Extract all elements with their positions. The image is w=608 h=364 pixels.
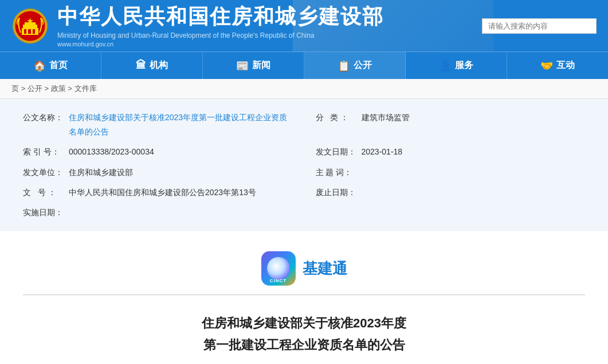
document-detail: 公文名称： 住房和城乡建设部关于核准2023年度第一批建设工程企业资质名单的公告… bbox=[0, 99, 608, 231]
doc-issuer-label: 发文单位： bbox=[23, 165, 69, 180]
doc-num-value: 中华人民共和国住房和城乡建设部公告2023年第13号 bbox=[69, 185, 293, 200]
doc-index-label: 索 引 号： bbox=[23, 145, 69, 159]
main-nav: 🏠 首页 🏛 机构 📰 新闻 📋 公开 👤 服务 🤝 互动 bbox=[0, 52, 608, 79]
breadcrumb-policy[interactable]: 政策 bbox=[51, 84, 66, 93]
doc-field-effective: 实施日期： bbox=[23, 205, 293, 220]
nav-item-organization[interactable]: 🏛 机构 bbox=[101, 52, 203, 79]
nav-item-service[interactable]: 👤 服务 bbox=[406, 52, 507, 79]
header-right bbox=[482, 18, 597, 34]
doc-issue-date-label: 发文日期： bbox=[316, 145, 362, 159]
header-title-block: 中华人民共和国住房和城乡建设部 Ministry of Housing and … bbox=[57, 4, 384, 47]
svg-rect-4 bbox=[25, 22, 36, 25]
doc-title-value: 住房和城乡建设部关于核准2023年度第一批建设工程企业资质名单的公告 bbox=[69, 110, 293, 139]
doc-subject-label: 主 题 词： bbox=[316, 165, 362, 180]
nav-label-home: 首页 bbox=[49, 60, 68, 72]
svg-rect-3 bbox=[23, 25, 37, 29]
doc-field-issue-date: 发文日期： 2023-01-18 bbox=[316, 145, 586, 159]
site-title-en: Ministry of Housing and Urban-Rural Deve… bbox=[57, 31, 384, 39]
organization-icon: 🏛 bbox=[136, 60, 146, 72]
doc-index-value: 000013338/2023-00034 bbox=[69, 145, 293, 159]
svg-rect-7 bbox=[33, 29, 35, 34]
open-icon: 📋 bbox=[338, 60, 350, 72]
site-website: www.mohurd.gov.cn bbox=[57, 41, 384, 48]
site-title-cn: 中华人民共和国住房和城乡建设部 bbox=[57, 4, 384, 29]
breadcrumb-separator-3: > bbox=[68, 84, 74, 93]
breadcrumb-current: 文件库 bbox=[74, 84, 97, 93]
doc-effective-label: 实施日期： bbox=[23, 205, 69, 220]
doc-expire-label: 废止日期： bbox=[316, 185, 362, 200]
svg-rect-6 bbox=[28, 29, 31, 34]
search-input[interactable] bbox=[488, 22, 590, 30]
national-emblem-icon bbox=[11, 7, 49, 45]
news-icon: 📰 bbox=[236, 60, 249, 72]
content-area: CINCT 基建通 住房和城乡建设部关于核准2023年度 第一批建设工程企业资质… bbox=[0, 231, 608, 364]
doc-field-title: 公文名称： 住房和城乡建设部关于核准2023年度第一批建设工程企业资质名单的公告 bbox=[23, 110, 293, 139]
cinct-logo-text: CINCT bbox=[261, 278, 296, 283]
cinct-logo-sphere bbox=[267, 257, 290, 280]
nav-item-home[interactable]: 🏠 首页 bbox=[0, 52, 101, 79]
doc-category-label: 分 类： bbox=[316, 110, 362, 125]
article-title: 住房和城乡建设部关于核准2023年度 第一批建设工程企业资质名单的公告 bbox=[23, 307, 585, 364]
nav-label-interaction: 互动 bbox=[556, 60, 575, 72]
interaction-icon: 🤝 bbox=[540, 60, 553, 72]
article-title-line2: 第一批建设工程企业资质名单的公告 bbox=[23, 334, 585, 355]
nav-item-open[interactable]: 📋 公开 bbox=[304, 52, 406, 79]
nav-item-news[interactable]: 📰 新闻 bbox=[203, 52, 304, 79]
search-box bbox=[482, 18, 597, 34]
breadcrumb-separator-1: > bbox=[21, 84, 28, 93]
cinct-logo-icon: CINCT bbox=[261, 251, 296, 286]
doc-num-label: 文 号： bbox=[23, 185, 69, 200]
header: 中华人民共和国住房和城乡建设部 Ministry of Housing and … bbox=[0, 0, 608, 52]
doc-title-label: 公文名称： bbox=[23, 110, 69, 125]
doc-field-index: 索 引 号： 000013338/2023-00034 bbox=[23, 145, 293, 159]
cinct-name: 基建通 bbox=[303, 259, 347, 279]
header-left: 中华人民共和国住房和城乡建设部 Ministry of Housing and … bbox=[11, 4, 384, 47]
service-icon: 👤 bbox=[439, 60, 452, 72]
article-title-line1: 住房和城乡建设部关于核准2023年度 bbox=[23, 312, 585, 334]
breadcrumb: 页 > 公开 > 政策 > 文件库 bbox=[0, 79, 608, 99]
breadcrumb-home[interactable]: 页 bbox=[11, 84, 19, 93]
nav-label-news: 新闻 bbox=[252, 60, 270, 72]
cinct-banner: CINCT 基建通 bbox=[23, 243, 585, 295]
doc-field-issuer: 发文单位： 住房和城乡建设部 bbox=[23, 165, 293, 180]
doc-field-category: 分 类： 建筑市场监管 bbox=[316, 110, 586, 139]
nav-label-service: 服务 bbox=[455, 60, 473, 72]
doc-field-subject: 主 题 词： bbox=[316, 165, 586, 180]
doc-field-num: 文 号： 中华人民共和国住房和城乡建设部公告2023年第13号 bbox=[23, 185, 293, 200]
doc-field-expire: 废止日期： bbox=[316, 185, 586, 200]
svg-rect-5 bbox=[24, 29, 26, 34]
doc-issuer-value: 住房和城乡建设部 bbox=[69, 165, 293, 180]
nav-label-open: 公开 bbox=[354, 60, 372, 72]
doc-fields: 公文名称： 住房和城乡建设部关于核准2023年度第一批建设工程企业资质名单的公告… bbox=[23, 110, 585, 220]
doc-category-value: 建筑市场监管 bbox=[362, 110, 586, 125]
doc-issue-date-value: 2023-01-18 bbox=[362, 145, 586, 159]
breadcrumb-separator-2: > bbox=[44, 84, 50, 93]
breadcrumb-open[interactable]: 公开 bbox=[28, 84, 42, 93]
nav-label-organization: 机构 bbox=[150, 60, 168, 72]
home-icon: 🏠 bbox=[33, 60, 46, 72]
nav-item-interaction[interactable]: 🤝 互动 bbox=[507, 52, 608, 79]
